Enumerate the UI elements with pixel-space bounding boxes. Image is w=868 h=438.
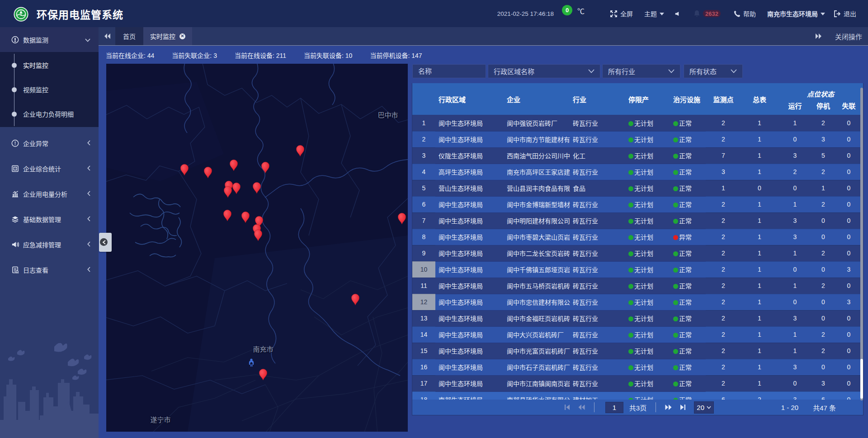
sound-button[interactable]	[675, 11, 679, 16]
cell-company: 阆中市江南镇阆南页岩	[503, 375, 571, 391]
tab-close-icon[interactable]: ✕	[179, 33, 185, 39]
close-operations-button[interactable]: 关闭操作	[815, 32, 862, 41]
table-row[interactable]: 18南部生态环境局南部县砖华水泥有限公建材加工无计划正常62360	[412, 391, 863, 400]
table-row[interactable]: 13阆中生态环境局阆中市金福旺页岩机砖砖瓦行业无计划正常21300	[412, 310, 863, 326]
column-header-企业[interactable]: 企业	[503, 83, 571, 115]
cell-industry: 砖瓦行业	[571, 196, 624, 212]
last-page-button[interactable]	[677, 401, 689, 413]
sidebar-item-数据监测[interactable]: 数据监测	[0, 27, 99, 52]
table-row[interactable]: 5营山生态环境局营山县润丰肉食品有限食品无计划正常10010	[412, 180, 863, 196]
sidebar-subitem-label: 实时监控	[23, 61, 48, 70]
table-row[interactable]: 14阆中生态环境局阆中大兴页岩机砖厂砖瓦行业无计划正常21120	[412, 326, 863, 343]
cell-meters: 1	[741, 375, 778, 391]
cell-points: 2	[706, 375, 741, 391]
cell-lost: 0	[835, 131, 863, 147]
column-header-监测点[interactable]: 监测点	[706, 83, 741, 115]
cell-industry: 砖瓦行业	[571, 359, 624, 375]
table-row[interactable]: 17阆中生态环境局阆中市江南镇阆南页岩砖瓦行业无计划正常21030	[412, 375, 863, 391]
status-dot-icon	[628, 284, 633, 289]
sidebar-item-企业综合统计[interactable]: 企业综合统计	[0, 156, 99, 181]
sidebar-item-基础数据管理[interactable]: 基础数据管理	[0, 207, 99, 232]
theme-dropdown[interactable]: 主题	[644, 9, 664, 18]
table-row[interactable]: 8阆中生态环境局阆中市枣碧大梁山页岩砖瓦行业无计划异常21300	[412, 229, 863, 245]
map-panel[interactable]: 巴中市南充市遂宁市	[106, 64, 408, 432]
column-header-总表[interactable]: 总表	[741, 83, 778, 115]
cell-industry: 砖瓦行业	[571, 229, 624, 245]
table-scrollbar[interactable]	[860, 88, 863, 400]
page-size-select[interactable]: 20	[694, 401, 714, 414]
status-dot-icon	[673, 349, 678, 354]
table-row[interactable]: 3仪陇生态环境局西南油气田分公司川中化工无计划正常71350	[412, 147, 863, 164]
cell-meters: 1	[741, 147, 778, 164]
name-filter-input[interactable]	[412, 64, 486, 78]
temperature-badge: 0	[562, 5, 572, 15]
column-header-失联[interactable]: 失联	[835, 99, 863, 115]
cell-meters: 1	[741, 359, 778, 375]
table-row[interactable]: 7阆中生态环境局阆中明阳建材有限公司砖瓦行业无计划正常21300	[412, 212, 863, 229]
cell-industry: 砖瓦行业	[571, 294, 624, 310]
table-scrollbar-thumb[interactable]	[860, 359, 863, 399]
tabs-scroll-left-button[interactable]	[99, 27, 115, 45]
table-row[interactable]: 12阆中生态环境局阆中市忠信建材有限公砖瓦行业无计划正常21003	[412, 294, 863, 310]
table-row[interactable]: 2阆中生态环境局阆中市南方节能建材有砖瓦行业无计划正常21030	[412, 131, 863, 147]
cell-industry: 砖瓦行业	[571, 245, 624, 261]
logout-button[interactable]: 退出	[834, 9, 856, 18]
cell-lost: 0	[835, 326, 863, 343]
table-row[interactable]: 6阆中生态环境局阆中市金博瑞新型墙材砖瓦行业无计划正常21120	[412, 196, 863, 212]
status-dot-icon	[628, 251, 633, 256]
cell-points: 2	[706, 131, 741, 147]
cell-run: 1	[778, 278, 812, 294]
table-body-viewport[interactable]: 1阆中生态环境局阆中强锐页岩砖厂砖瓦行业无计划正常211202阆中生态环境局阆中…	[412, 115, 863, 400]
table-row[interactable]: 1阆中生态环境局阆中强锐页岩砖厂砖瓦行业无计划正常21120	[412, 115, 863, 131]
column-header-治污设施[interactable]: 治污设施	[669, 83, 706, 115]
sidebar-item-应急减排管理[interactable]: 应急减排管理	[0, 232, 99, 257]
table-row[interactable]: 11阆中生态环境局阆中市五马桥页岩机砖砖瓦行业无计划正常21120	[412, 278, 863, 294]
industry-filter-select[interactable]: 所有行业	[602, 64, 680, 78]
cell-company: 南部县砖华水泥有限公	[503, 391, 571, 400]
sidebar-item-日志查看[interactable]: 日志查看	[0, 257, 99, 283]
fullscreen-button[interactable]: 全屏	[610, 9, 633, 18]
next-page-button[interactable]	[662, 401, 674, 413]
cell-facility-status: 正常	[669, 245, 706, 261]
table-row[interactable]: 10阆中生态环境局阆中千佛镇五郎垭页岩砖瓦行业无计划正常21003	[412, 261, 863, 278]
sidebar-subitem-实时监控[interactable]: 实时监控	[0, 53, 99, 77]
table-row[interactable]: 9阆中生态环境局阆中市二龙长宝页岩砖砖瓦行业无计划正常21120	[412, 245, 863, 261]
total-pages-label: 共3页	[629, 403, 646, 412]
column-header-停限产[interactable]: 停限产	[624, 83, 669, 115]
cell-lost: 0	[835, 229, 863, 245]
status-dot-icon	[673, 137, 678, 142]
column-header-运行[interactable]: 运行	[778, 99, 812, 115]
table-row[interactable]: 16阆中生态环境局阆中市石子页岩机砖厂砖瓦行业无计划正常21300	[412, 359, 863, 375]
speaker-icon	[675, 11, 679, 16]
column-header-行政区域[interactable]: 行政区域	[435, 83, 503, 115]
sidebar-subitem-视频监控[interactable]: 视频监控	[0, 77, 99, 102]
prev-page-button[interactable]	[576, 401, 588, 413]
column-header-行业[interactable]: 行业	[571, 83, 624, 115]
pager-divider	[656, 402, 656, 412]
column-header-停机[interactable]: 停机	[812, 99, 835, 115]
row-number: 4	[412, 164, 435, 180]
cell-limit-status: 无计划	[624, 245, 669, 261]
map-collapse-button[interactable]	[99, 233, 112, 252]
cell-run: 1	[778, 115, 812, 131]
page-number-input[interactable]	[605, 402, 623, 413]
table-row[interactable]: 4高坪生态环境局南充市高坪区王家店建砖瓦行业无计划正常31220	[412, 164, 863, 180]
tab-首页[interactable]: 首页	[115, 27, 143, 45]
status-filter-select[interactable]: 所有状态	[684, 64, 743, 78]
notifications[interactable]: 2632	[693, 10, 721, 17]
sidebar-item-label: 企业综合统计	[23, 164, 61, 173]
cell-lost: 3	[835, 294, 863, 310]
tab-实时监控[interactable]: 实时监控✕	[143, 27, 192, 45]
chevron-down-icon	[660, 13, 664, 15]
map-label-南充市: 南充市	[253, 344, 273, 353]
first-page-button[interactable]	[561, 401, 573, 413]
help-button[interactable]: 帮助	[734, 9, 756, 18]
org-dropdown[interactable]: 南充市生态环境局	[767, 9, 825, 18]
status-dot-icon	[673, 121, 678, 126]
sidebar-item-企业异常[interactable]: 企业异常	[0, 131, 99, 156]
status-dot-icon	[628, 300, 633, 305]
sidebar-subitem-企业电力负荷明细[interactable]: 企业电力负荷明细	[0, 102, 99, 126]
table-row[interactable]: 15阆中生态环境局阆中市光富页岩机砖厂砖瓦行业无计划正常21120	[412, 343, 863, 359]
sidebar-item-企业用电量分析[interactable]: 企业用电量分析	[0, 181, 99, 207]
region-filter-select[interactable]: 行政区域名称	[488, 64, 600, 78]
